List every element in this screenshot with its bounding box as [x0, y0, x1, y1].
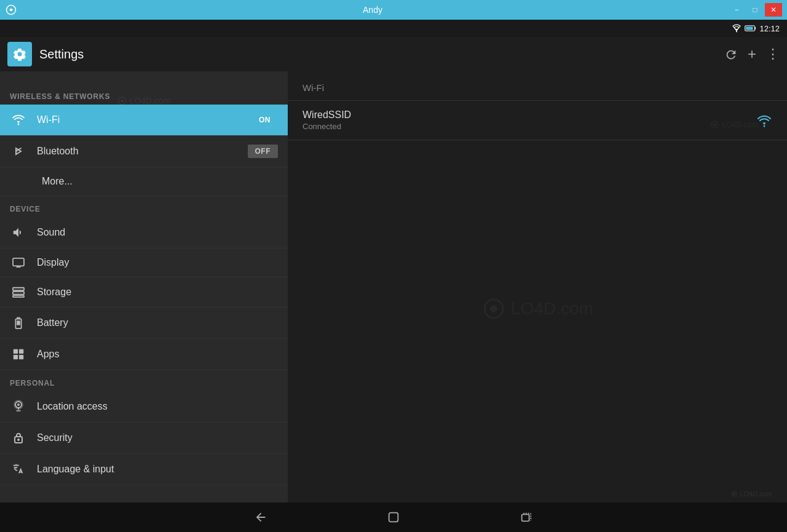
wifi-network-wired[interactable]: WiredSSID Connected [288, 101, 787, 140]
bluetooth-toggle[interactable]: OFF [248, 145, 279, 158]
bluetooth-icon [10, 145, 27, 158]
window-title: Andy [17, 5, 728, 15]
app-icon [5, 4, 17, 16]
svg-rect-15 [19, 355, 23, 359]
display-label: Display [37, 257, 278, 268]
center-watermark: LO4D.com [481, 296, 593, 321]
main-content: LO4D.com WIRELESS & NETWORKS Wi-Fi ON [0, 71, 787, 502]
app-bar: Settings + ⋮ [0, 37, 787, 71]
security-icon [10, 431, 27, 445]
sidebar: LO4D.com WIRELESS & NETWORKS Wi-Fi ON [0, 71, 288, 502]
recent-apps-button[interactable] [515, 506, 537, 528]
more-label: More... [37, 176, 278, 187]
svg-point-24 [732, 491, 737, 496]
language-label: Language & input [37, 464, 278, 475]
device-section-header: DEVICE [0, 196, 288, 217]
status-icons: 12:12 [731, 24, 780, 33]
battery-label: Battery [37, 317, 278, 328]
svg-rect-3 [746, 26, 753, 30]
location-label: Location access [37, 401, 278, 412]
add-button[interactable]: + [748, 46, 756, 63]
network-name: WiredSSID [303, 109, 749, 121]
wifi-panel: Wi-Fi WiredSSID Connected LO4D.com [288, 71, 787, 502]
network-status: Connected [303, 122, 749, 131]
sidebar-item-apps[interactable]: Apps [0, 339, 288, 370]
sound-label: Sound [37, 227, 278, 238]
status-time: 12:12 [759, 24, 780, 33]
storage-icon [10, 286, 27, 298]
sound-icon [10, 226, 27, 239]
refresh-button[interactable] [724, 47, 738, 62]
sidebar-item-storage[interactable]: Storage [0, 277, 288, 308]
title-bar: Andy − □ ✕ [0, 0, 787, 20]
svg-rect-12 [14, 349, 18, 354]
display-icon [10, 257, 27, 268]
sidebar-item-battery[interactable]: Battery [0, 308, 288, 339]
svg-point-17 [17, 403, 20, 406]
apps-icon [10, 347, 27, 361]
svg-point-23 [484, 300, 503, 318]
close-button[interactable]: ✕ [765, 3, 782, 17]
minimize-button[interactable]: − [728, 3, 745, 17]
battery-icon [10, 316, 27, 330]
svg-rect-26 [522, 514, 529, 521]
sidebar-item-bluetooth[interactable]: Bluetooth OFF [0, 136, 288, 167]
bottom-watermark: LO4D.com [731, 490, 772, 498]
wifi-panel-title: Wi-Fi [288, 71, 787, 101]
settings-app-icon [7, 42, 32, 66]
svg-rect-6 [13, 258, 24, 266]
sidebar-item-more[interactable]: More... [0, 167, 288, 196]
wifi-label: Wi-Fi [37, 114, 242, 125]
more-options-button[interactable]: ⋮ [766, 46, 780, 62]
svg-point-21 [764, 125, 765, 127]
svg-rect-9 [13, 295, 24, 297]
network-info: WiredSSID Connected [303, 109, 749, 131]
sidebar-item-security[interactable]: Security [0, 423, 288, 454]
nav-bar [0, 502, 787, 532]
status-bar: 12:12 [0, 20, 787, 37]
sidebar-item-sound[interactable]: Sound [0, 217, 288, 248]
wifi-signal-icon [756, 113, 772, 129]
svg-rect-13 [19, 349, 23, 354]
language-icon [10, 463, 27, 476]
storage-label: Storage [37, 287, 278, 298]
security-label: Security [37, 432, 278, 443]
sidebar-item-wifi[interactable]: Wi-Fi ON [0, 105, 288, 136]
wifi-icon [10, 114, 27, 125]
svg-rect-8 [13, 292, 24, 295]
svg-point-5 [18, 124, 20, 125]
maximize-button[interactable]: □ [746, 3, 764, 17]
svg-rect-7 [13, 288, 24, 291]
home-button[interactable] [382, 506, 405, 528]
wifi-toggle[interactable]: ON [251, 113, 278, 127]
svg-point-1 [736, 31, 737, 32]
app-bar-actions: + ⋮ [724, 46, 780, 63]
wireless-section-header: WIRELESS & NETWORKS [0, 84, 288, 105]
app-bar-title: Settings [39, 47, 717, 62]
sidebar-item-display[interactable]: Display [0, 248, 288, 277]
battery-status-icon [745, 24, 757, 33]
sidebar-item-language[interactable]: Language & input [0, 454, 288, 485]
window-controls: − □ ✕ [728, 3, 782, 17]
apps-label: Apps [37, 349, 278, 360]
sidebar-item-location[interactable]: Location access [0, 391, 288, 423]
bluetooth-label: Bluetooth [37, 146, 238, 157]
svg-rect-14 [14, 355, 18, 359]
svg-rect-25 [389, 513, 398, 522]
back-button[interactable] [250, 506, 272, 528]
personal-section-header: PERSONAL [0, 370, 288, 391]
svg-point-20 [17, 439, 20, 441]
location-icon [10, 400, 27, 413]
svg-rect-11 [17, 320, 20, 325]
wifi-status-icon [731, 24, 742, 33]
